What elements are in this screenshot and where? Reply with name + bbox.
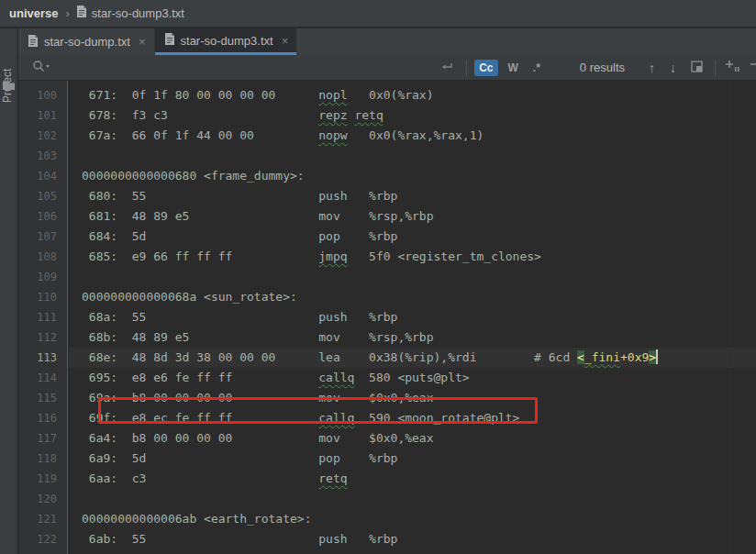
- line-number: 121: [18, 509, 67, 529]
- code-line[interactable]: 695: e8 e6 fe ff ff callq 580 <puts@plt>: [69, 368, 756, 388]
- line-number: 103: [18, 146, 67, 166]
- line-number: 123: [18, 549, 67, 554]
- close-icon[interactable]: ×: [139, 35, 146, 49]
- divider: [466, 60, 467, 76]
- code-line[interactable]: 6ab: 55 push %rbp: [69, 529, 756, 549]
- match-case-toggle[interactable]: Cc: [474, 60, 497, 76]
- code-line[interactable]: 6a4: b8 00 00 00 00 mov $0x0,%eax: [69, 428, 756, 449]
- code-line[interactable]: 6ac: 48 89 e5 mov %rsp,%rbp: [69, 549, 756, 554]
- file-icon: [164, 32, 175, 49]
- line-number: 122: [18, 529, 67, 549]
- line-number: 102: [18, 126, 67, 146]
- code-line[interactable]: 68b: 48 89 e5 mov %rsp,%rbp: [69, 327, 756, 348]
- right-margin-guide: [729, 81, 730, 554]
- new-line-icon[interactable]: [440, 60, 453, 76]
- line-number: 108: [18, 247, 67, 267]
- find-bar: Cc W .* 0 results ↑ ↓: [18, 55, 756, 81]
- code-line[interactable]: 685: e9 66 ff ff ff jmpq 5f0 <register_t…: [69, 247, 756, 267]
- regex-toggle[interactable]: .*: [528, 60, 545, 76]
- add-occurrence-icon[interactable]: [725, 59, 756, 77]
- code-line[interactable]: 681: 48 89 e5 mov %rsp,%rbp: [69, 206, 756, 227]
- line-number: 106: [18, 206, 67, 227]
- line-number: 115: [18, 388, 67, 408]
- search-icon[interactable]: [32, 60, 52, 76]
- line-number: 109: [18, 267, 67, 287]
- code-line[interactable]: 00000000000006ab <earth_rotate>:: [69, 509, 756, 529]
- words-toggle[interactable]: W: [504, 60, 523, 76]
- folder-icon[interactable]: [3, 80, 15, 90]
- code-line[interactable]: 6a9: 5d pop %rbp: [69, 449, 756, 469]
- line-number: 114: [18, 368, 67, 388]
- breadcrumb: universe › star-so-dump3.txt: [0, 0, 756, 28]
- line-number: 101: [18, 105, 67, 126]
- code-line[interactable]: 678: f3 c3 repz retq: [69, 105, 756, 126]
- breadcrumb-project[interactable]: universe: [9, 6, 58, 20]
- left-tool-strip: Project: [0, 28, 17, 554]
- line-number: 120: [18, 489, 67, 509]
- code-line[interactable]: 671: 0f 1f 80 00 00 00 00 nopl 0x0(%rax): [69, 85, 756, 105]
- divider: [715, 60, 716, 76]
- code-line[interactable]: 000000000000068a <sun_rotate>:: [69, 287, 756, 307]
- line-number: 116: [18, 408, 67, 428]
- code-line[interactable]: 684: 5d pop %rbp: [69, 227, 756, 247]
- line-number: 113: [18, 348, 67, 368]
- code-line[interactable]: 68a: 55 push %rbp: [69, 307, 756, 327]
- file-icon: [76, 5, 87, 22]
- ide-window: universe › star-so-dump3.txt Project: [0, 0, 756, 554]
- editor-tab-bar: star-so-dump.txt × star-so-dump3.txt ×: [18, 28, 756, 55]
- line-number: 119: [18, 469, 67, 489]
- previous-occurrence-icon[interactable]: ↑: [649, 61, 655, 75]
- editor-content[interactable]: 671: 0f 1f 80 00 00 00 00 nopl 0x0(%rax)…: [69, 81, 756, 554]
- line-number: 118: [18, 449, 67, 469]
- line-number: 107: [18, 227, 67, 247]
- editor-gutter[interactable]: 1001011021031041051061071081091101111121…: [18, 81, 68, 554]
- code-line[interactable]: [69, 489, 756, 509]
- code-line[interactable]: [69, 267, 756, 287]
- code-line[interactable]: 680: 55 push %rbp: [69, 186, 756, 206]
- chevron-right-icon: ›: [65, 6, 69, 20]
- code-line[interactable]: 67a: 66 0f 1f 44 00 00 nopw 0x0(%rax,%ra…: [69, 126, 756, 146]
- code-line[interactable]: 0000000000000680 <frame_dummy>:: [69, 166, 756, 186]
- tab-star-so-dump[interactable]: star-so-dump.txt ×: [18, 28, 155, 55]
- line-number: 111: [18, 307, 67, 327]
- file-icon: [28, 34, 39, 50]
- close-icon[interactable]: ×: [282, 34, 289, 48]
- line-number: 117: [18, 428, 67, 449]
- results-count: 0 results: [580, 61, 625, 74]
- in-selection-icon[interactable]: [691, 60, 704, 76]
- code-line[interactable]: [69, 146, 756, 166]
- line-number: 104: [18, 166, 67, 186]
- tab-label: star-so-dump3.txt: [181, 34, 273, 48]
- next-occurrence-icon[interactable]: ↓: [670, 61, 676, 75]
- line-number: 112: [18, 327, 67, 348]
- line-number: 105: [18, 186, 67, 206]
- text-caret: [656, 349, 658, 364]
- annotation-rectangle: [98, 397, 538, 424]
- line-number: 100: [18, 85, 67, 105]
- search-input[interactable]: [52, 57, 440, 79]
- breadcrumb-file[interactable]: star-so-dump3.txt: [92, 6, 184, 20]
- code-line[interactable]: 6aa: c3 retq: [69, 469, 756, 489]
- tab-star-so-dump3[interactable]: star-so-dump3.txt ×: [155, 28, 297, 55]
- tab-label: star-so-dump.txt: [44, 35, 130, 49]
- line-number: 110: [18, 287, 67, 307]
- code-line[interactable]: 68e: 48 8d 3d 38 00 00 00 lea 0x38(%rip)…: [69, 348, 756, 368]
